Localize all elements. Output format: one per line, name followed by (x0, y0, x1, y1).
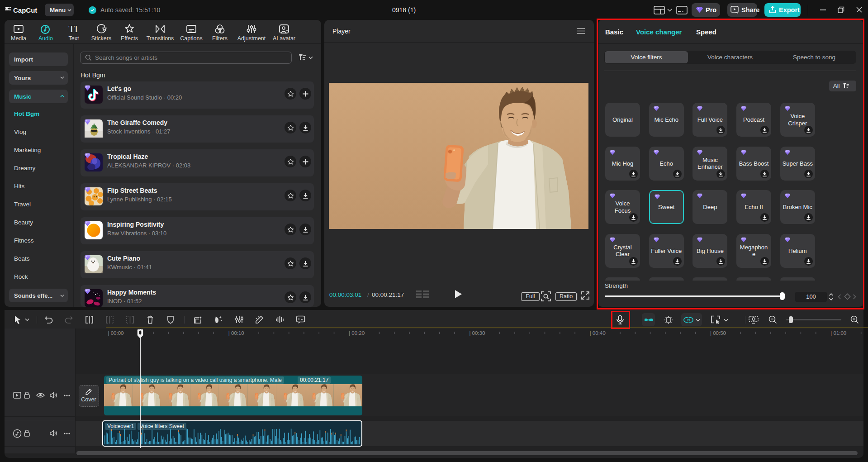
svg-text:TI: TI (69, 24, 78, 34)
